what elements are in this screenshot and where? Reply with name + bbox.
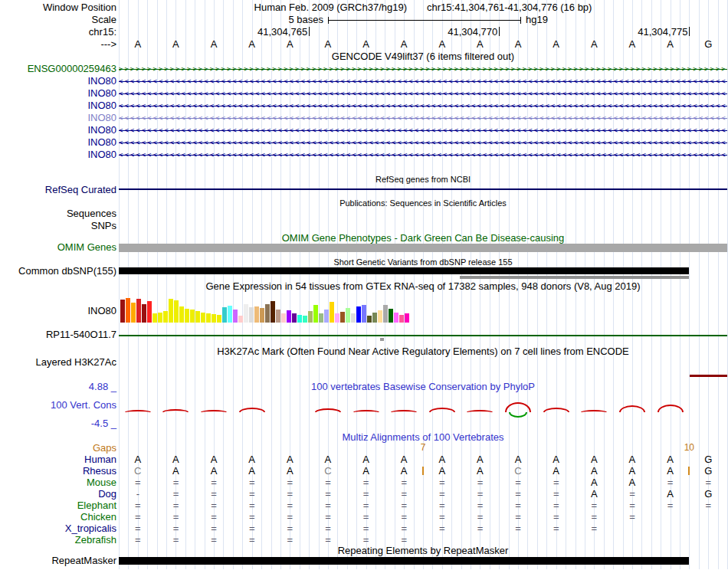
gtex-bar[interactable] — [212, 314, 216, 323]
repeatmasker-bar[interactable] — [119, 557, 689, 565]
gtex-title[interactable]: Gene Expression in 54 tissues from GTEx … — [119, 280, 727, 293]
gtex-bar[interactable] — [222, 307, 227, 323]
gtex-bar[interactable] — [292, 313, 297, 323]
gene-label[interactable]: INO80 — [0, 75, 116, 87]
gtex-bar[interactable] — [158, 313, 162, 323]
gtex-bar[interactable] — [174, 300, 179, 323]
species-label[interactable]: X_tropicalis — [0, 523, 116, 534]
gtex-bar[interactable] — [319, 313, 323, 323]
species-label[interactable]: Dog — [0, 488, 116, 500]
multiz-row-human[interactable]: HumanAAAAAAAAAAAAAAAG — [0, 454, 728, 465]
gene-label[interactable]: INO80 — [0, 87, 116, 100]
gencode-title[interactable]: GENCODE V49lift37 (6 items filtered out) — [119, 51, 727, 63]
gtex-bar[interactable] — [308, 311, 313, 323]
gtex-bar[interactable] — [297, 315, 302, 323]
gtex-bar[interactable] — [238, 316, 243, 323]
refseq-label[interactable]: RefSeq Curated — [0, 184, 116, 196]
gtex-bar[interactable] — [356, 306, 361, 323]
gtex-bar[interactable] — [265, 304, 270, 323]
gtex-bar[interactable] — [185, 309, 189, 323]
multiz-row-chicken[interactable]: Chicken============== — [0, 511, 728, 523]
gtex-bar[interactable] — [287, 310, 291, 323]
rp11-gene-line[interactable] — [119, 335, 727, 336]
multiz-row-mouse[interactable]: Mouse============AA== — [0, 477, 728, 488]
gtex-bar[interactable] — [281, 313, 286, 323]
gtex-bar[interactable] — [254, 306, 259, 323]
gtex-bar[interactable] — [303, 316, 307, 323]
phylop-track-label[interactable]: 100 Vert. Cons — [0, 399, 116, 411]
species-label[interactable]: Elephant — [0, 500, 116, 511]
species-label[interactable]: Human — [0, 454, 116, 465]
dbsnp-variant-bar-secondary[interactable] — [460, 276, 689, 279]
snps-label[interactable]: SNPs — [0, 220, 116, 232]
gene-row-INO80[interactable]: INO80<<<<<<<<<<<<<<<<<<<<<<<<<<<<<<<<<<<… — [0, 136, 728, 149]
multiz-row-zebrafish[interactable]: Zebrafish======== — [0, 534, 728, 546]
gtex-bar[interactable] — [169, 299, 173, 323]
gtex-bar[interactable] — [271, 301, 275, 323]
gene-label[interactable]: INO80 — [0, 149, 116, 161]
species-label[interactable]: Zebrafish — [0, 534, 116, 546]
gtex-bar[interactable] — [249, 307, 254, 323]
gtex-bar[interactable] — [195, 311, 200, 323]
omim-gene-bar[interactable] — [119, 244, 727, 252]
gene-label[interactable]: ENSG00000259463 — [0, 63, 116, 75]
gtex-bar[interactable] — [152, 313, 157, 323]
h3k27ac-signal[interactable] — [690, 375, 727, 377]
gtex-bar[interactable] — [372, 313, 377, 323]
gaps-label[interactable]: Gaps — [0, 442, 116, 454]
gtex-bar[interactable] — [201, 313, 205, 323]
gtex-bar[interactable] — [126, 298, 130, 323]
gtex-bar[interactable] — [335, 313, 339, 323]
species-label[interactable]: Mouse — [0, 477, 116, 488]
gtex-bar[interactable] — [351, 313, 356, 323]
species-label[interactable]: Rhesus — [0, 465, 116, 477]
gtex-bar[interactable] — [120, 300, 125, 323]
gene-label[interactable]: INO80 — [0, 112, 116, 124]
gtex-bar[interactable] — [389, 309, 393, 323]
gtex-bar[interactable] — [260, 308, 264, 323]
gtex-bar[interactable] — [163, 311, 168, 323]
gtex-bar[interactable] — [206, 313, 211, 323]
gene-row-INO80[interactable]: INO80<<<<<<<<<<<<<<<<<<<<<<<<<<<<<<<<<<<… — [0, 87, 728, 100]
gtex-bar[interactable] — [378, 310, 382, 323]
multiz-row-rhesus[interactable]: RhesusCAAAACAAAACAAAAG — [0, 465, 728, 477]
gtex-bar[interactable] — [233, 310, 238, 323]
gtex-bar[interactable] — [244, 304, 248, 323]
sequences-label[interactable]: Sequences — [0, 208, 116, 220]
refseq-gene-line[interactable] — [119, 188, 727, 190]
gtex-gene-label[interactable]: INO80 — [0, 305, 116, 317]
gtex-bar[interactable] — [142, 304, 146, 323]
gene-label[interactable]: INO80 — [0, 100, 116, 112]
rp11-label[interactable]: RP11-540O11.7 — [0, 329, 116, 340]
gtex-bar[interactable] — [330, 302, 334, 323]
gtex-bar[interactable] — [383, 305, 388, 323]
gtex-bar[interactable] — [367, 316, 372, 323]
gtex-bar[interactable] — [346, 308, 350, 323]
gtex-bar[interactable] — [228, 306, 232, 323]
species-label[interactable]: Chicken — [0, 511, 116, 523]
gtex-bar[interactable] — [276, 310, 280, 323]
gene-row-INO80[interactable]: INO80<<<<<<<<<<<<<<<<<<<<<<<<<<<<<<<<<<<… — [0, 124, 728, 136]
gene-row-INO80[interactable]: INO80<<<<<<<<<<<<<<<<<<<<<<<<<<<<<<<<<<<… — [0, 149, 728, 161]
gtex-bar[interactable] — [324, 310, 329, 323]
repeatmasker-label[interactable]: RepeatMasker — [0, 555, 116, 566]
gtex-bar[interactable] — [362, 305, 366, 323]
phylop-title[interactable]: 100 vertebrates Basewise Conservation by… — [119, 381, 727, 393]
gtex-bar[interactable] — [399, 315, 404, 323]
gtex-bar[interactable] — [136, 299, 141, 323]
gtex-bar[interactable] — [394, 313, 398, 323]
h3k27ac-label[interactable]: Layered H3K27Ac — [0, 356, 116, 369]
gtex-bar[interactable] — [147, 301, 152, 323]
gtex-bar[interactable] — [217, 315, 221, 323]
gene-label[interactable]: INO80 — [0, 136, 116, 149]
gtex-bar[interactable] — [340, 312, 345, 323]
gene-label[interactable]: INO80 — [0, 124, 116, 136]
dbsnp-variant-bar[interactable] — [119, 267, 689, 274]
gene-row-INO80[interactable]: INO80<<<<<<<<<<<<<<<<<<<<<<<<<<<<<<<<<<<… — [0, 100, 728, 112]
dbsnp-label[interactable]: Common dbSNP(155) — [0, 266, 116, 276]
gene-row-INO80[interactable]: INO80<<<<<<<<<<<<<<<<<<<<<<<<<<<<<<<<<<<… — [0, 112, 728, 124]
multiz-row-dog[interactable]: Dog-===========A=AG — [0, 488, 728, 500]
multiz-row-x_tropicalis[interactable]: X_tropicalis============= — [0, 523, 728, 534]
gtex-bar[interactable] — [405, 313, 409, 323]
multiz-row-elephant[interactable]: Elephant================ — [0, 500, 728, 511]
